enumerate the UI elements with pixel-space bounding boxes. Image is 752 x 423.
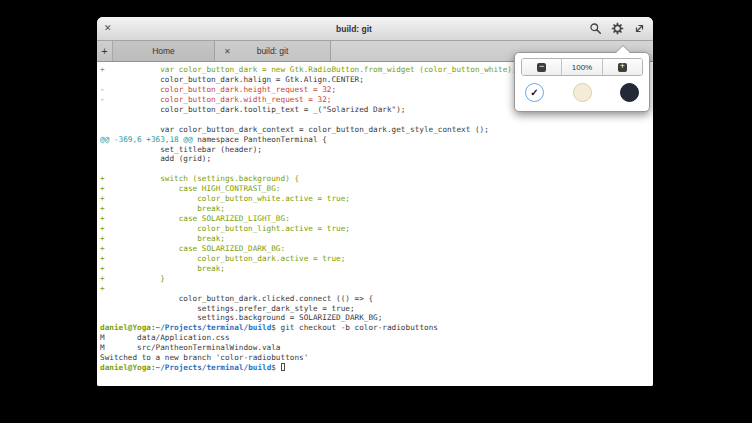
zoom-control: − 100% + xyxy=(521,58,643,76)
zoom-level[interactable]: 100% xyxy=(561,59,601,75)
fullscreen-icon[interactable] xyxy=(633,22,646,35)
zoom-out-icon: − xyxy=(537,63,546,72)
tab-close-icon[interactable]: ✕ xyxy=(224,41,231,61)
terminal-line: + case HIGH_CONTRAST_BG: xyxy=(100,184,653,194)
window-title: build: git xyxy=(119,24,589,34)
titlebar[interactable]: ✕ build: git xyxy=(97,17,653,41)
tab-home[interactable]: Home xyxy=(113,41,215,61)
settings-popover: − 100% + ✓ xyxy=(514,52,650,112)
tab-home-label: Home xyxy=(152,46,175,56)
terminal-line: + break; xyxy=(100,204,653,214)
desktop: { "window": { "title": "build: git" }, "… xyxy=(0,0,752,423)
terminal-line: Switched to a new branch 'color-radiobut… xyxy=(100,353,653,363)
tab-build-git-label: build: git xyxy=(257,46,289,56)
zoom-in-icon: + xyxy=(618,63,627,72)
zoom-in-button[interactable]: + xyxy=(602,59,642,75)
terminal-line xyxy=(100,164,653,174)
terminal-line: var color_button_dark_context = color_bu… xyxy=(100,125,653,135)
theme-swatch-solarized-dark[interactable] xyxy=(620,83,639,102)
window-close-icon[interactable]: ✕ xyxy=(104,17,119,40)
terminal-line: + color_button_white.active = true; xyxy=(100,194,653,204)
terminal-line: + break; xyxy=(100,264,653,274)
theme-swatch-high-contrast[interactable]: ✓ xyxy=(525,83,544,102)
new-tab-button[interactable]: + xyxy=(97,41,113,61)
titlebar-actions xyxy=(589,22,646,35)
terminal-line: daniel@Yoga:~/Projects/terminal/build$ g… xyxy=(100,323,653,333)
tab-build-git[interactable]: ✕ build: git xyxy=(215,41,331,61)
terminal-line: + switch (settings.background) { xyxy=(100,174,653,184)
zoom-out-button[interactable]: − xyxy=(522,59,561,75)
terminal-line: color_button_dark.clicked.connect (() =>… xyxy=(100,294,653,304)
terminal-line: + color_button_light.active = true; xyxy=(100,224,653,234)
terminal-line: add (grid); xyxy=(100,154,653,164)
terminal-line: M src/PantheonTerminalWindow.vala xyxy=(100,343,653,353)
terminal-line: @@ -369,6 +363,18 @@ namespace PantheonT… xyxy=(100,135,653,145)
terminal-line: set_titlebar (header); xyxy=(100,145,653,155)
theme-swatches: ✓ xyxy=(515,76,649,102)
terminal-line: + xyxy=(100,284,653,294)
terminal-line: daniel@Yoga:~/Projects/terminal/build$ xyxy=(100,363,653,373)
terminal-line: settings.prefer_dark_style = true; xyxy=(100,304,653,314)
terminal-line: settings.background = SOLARIZED_DARK_BG; xyxy=(100,313,653,323)
terminal-cursor xyxy=(281,363,285,371)
search-icon[interactable] xyxy=(589,22,602,35)
check-icon: ✓ xyxy=(530,88,538,98)
gear-icon[interactable] xyxy=(611,22,624,35)
terminal-line: + case SOLARIZED_DARK_BG: xyxy=(100,244,653,254)
terminal-line: + break; xyxy=(100,234,653,244)
terminal-line: M data/Application.css xyxy=(100,333,653,343)
terminal-line xyxy=(100,115,653,125)
theme-swatch-solarized-light[interactable] xyxy=(573,83,592,102)
terminal-line: + case SOLARIZED_LIGHT_BG: xyxy=(100,214,653,224)
terminal-line: + } xyxy=(100,274,653,284)
terminal-line: + color_button_dark.active = true; xyxy=(100,254,653,264)
